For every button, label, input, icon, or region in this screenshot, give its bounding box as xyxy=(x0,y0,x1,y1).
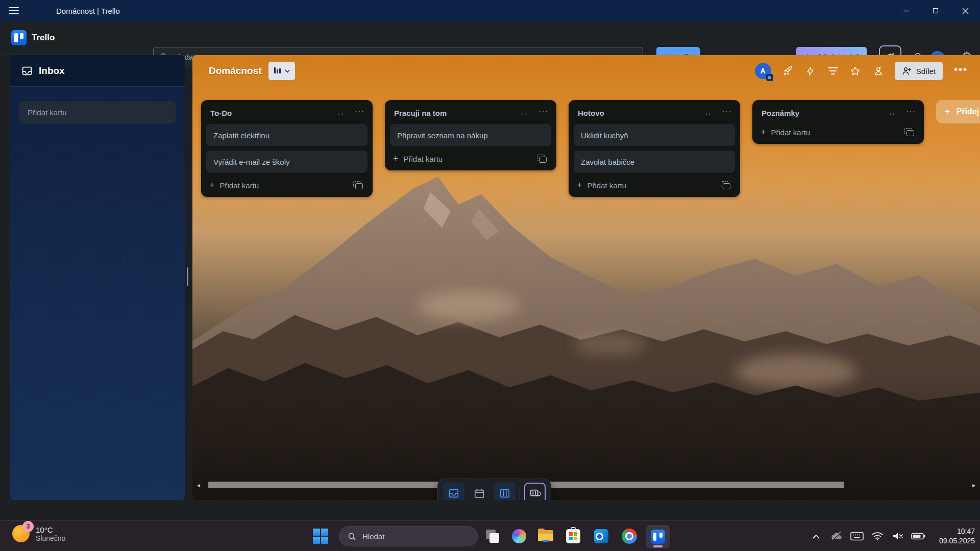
close-icon[interactable] xyxy=(950,0,980,21)
list-done: Hotovo →← ··· Uklidit kuchyň Zavolat bab… xyxy=(569,100,740,197)
wifi-icon[interactable] xyxy=(870,529,885,544)
window-title: Domácnost | Trello xyxy=(56,7,120,15)
touch-keyboard-icon[interactable] xyxy=(849,529,865,544)
list-more-icon[interactable]: ··· xyxy=(355,107,364,119)
outlook-button[interactable] xyxy=(592,527,610,545)
maximize-icon[interactable] xyxy=(921,0,950,21)
volume-muted-icon[interactable] xyxy=(890,529,905,544)
card[interactable]: Zaplatit elektřinu xyxy=(206,124,368,146)
windows-taskbar: 3 10°C Slunečno Hledat xyxy=(0,520,980,551)
view-inbox-button[interactable] xyxy=(443,483,464,500)
start-button[interactable] xyxy=(313,529,328,544)
view-board-button[interactable] xyxy=(494,483,516,500)
add-card-button[interactable]: +Přidat kartu xyxy=(393,154,537,164)
chrome-button[interactable] xyxy=(620,527,639,545)
board-view-icon xyxy=(274,66,282,76)
active-app-indicator xyxy=(653,545,663,547)
app-name: Trello xyxy=(32,33,55,43)
list-title: Pracuji na tom xyxy=(394,109,518,117)
list-more-icon[interactable]: ··· xyxy=(538,107,548,119)
weather-temp: 10°C xyxy=(36,525,65,534)
window-controls xyxy=(891,0,980,21)
share-button[interactable]: Sdílet xyxy=(895,62,943,80)
copilot-icon xyxy=(512,529,526,543)
collapse-list-icon[interactable]: →← xyxy=(702,109,713,117)
card[interactable]: Připravit seznam na nákup xyxy=(390,124,551,146)
collapse-list-icon[interactable]: →← xyxy=(886,109,897,117)
trello-logo-icon xyxy=(11,30,27,45)
trello-brand[interactable]: Trello xyxy=(11,30,55,45)
copilot-button[interactable] xyxy=(510,527,528,545)
search-icon xyxy=(348,532,356,541)
scroll-left-icon[interactable]: ◂ xyxy=(197,482,200,489)
board-title: Domácnost xyxy=(209,65,261,77)
chevron-down-icon xyxy=(285,69,290,73)
sun-icon: 3 xyxy=(12,525,30,542)
automation-butler-icon[interactable] xyxy=(872,65,884,77)
create-from-template-icon[interactable] xyxy=(537,155,547,164)
view-switcher-pill xyxy=(437,479,551,500)
scroll-right-icon[interactable]: ▸ xyxy=(972,482,975,489)
hamburger-menu-icon[interactable] xyxy=(0,0,28,21)
inbox-add-card-input[interactable]: Přidat kartu xyxy=(19,101,176,123)
view-layout-button[interactable] xyxy=(524,483,546,500)
filter-icon[interactable] xyxy=(827,65,839,77)
inbox-icon xyxy=(21,65,33,77)
create-from-template-icon[interactable] xyxy=(721,181,731,190)
board-member-avatar[interactable]: A ≋ xyxy=(755,63,771,79)
board-columns-icon xyxy=(499,488,510,499)
rocket-icon[interactable] xyxy=(782,65,794,77)
taskbar-search[interactable]: Hledat xyxy=(339,526,478,546)
board-header-actions: A ≋ Sd xyxy=(755,62,968,80)
list-title: To-Do xyxy=(210,109,334,117)
power-ups-bolt-icon[interactable] xyxy=(805,65,816,77)
card[interactable]: Vyřádit e-mail ze školy xyxy=(206,151,368,173)
card[interactable]: Uklidit kuchyň xyxy=(574,124,735,146)
app-header: Trello Vytvořit ✦ zbývá 14 dní A ⚙ xyxy=(0,21,980,55)
add-card-button[interactable]: +Přidat kartu xyxy=(209,180,353,191)
inbox-header: Inbox xyxy=(10,55,185,87)
collapse-list-icon[interactable]: →← xyxy=(518,109,529,117)
task-view-button[interactable] xyxy=(483,527,502,545)
screen: Domácnost | Trello Trello Vytvořit ✦ zbý… xyxy=(0,0,980,551)
card[interactable]: Zavolat babičce xyxy=(574,151,735,173)
view-calendar-button[interactable] xyxy=(469,483,490,500)
create-from-template-icon[interactable] xyxy=(904,128,915,137)
taskbar-search-placeholder: Hledat xyxy=(362,532,384,541)
tray-chevron-up-icon[interactable] xyxy=(808,529,824,544)
chrome-icon xyxy=(622,529,637,544)
board-swipe-icon xyxy=(529,488,541,499)
clock-time: 10:47 xyxy=(931,527,975,536)
calendar-icon xyxy=(474,488,485,499)
window-titlebar: Domácnost | Trello xyxy=(0,0,980,21)
microsoft-store-button[interactable] xyxy=(564,527,582,545)
list-more-icon[interactable]: ··· xyxy=(906,107,916,119)
add-card-button[interactable]: +Přidat kartu xyxy=(761,127,904,138)
trello-taskbar-button[interactable] xyxy=(646,525,670,548)
board-canvas: Domácnost A ≋ xyxy=(192,55,980,500)
weather-widget[interactable]: 3 10°C Slunečno xyxy=(12,525,65,542)
list-todo: To-Do →← ··· Zaplatit elektřinu Vyřádit … xyxy=(201,100,373,197)
list-title: Poznámky xyxy=(762,109,886,117)
minimize-icon[interactable] xyxy=(891,0,921,21)
inbox-sidebar: Inbox Přidat kartu xyxy=(10,55,185,500)
add-card-button[interactable]: +Přidat kartu xyxy=(577,180,721,191)
system-tray: 10:47 09.05.2025 xyxy=(808,521,980,551)
weather-condition: Slunečno xyxy=(36,534,65,542)
clock-date: 09.05.2025 xyxy=(931,536,975,546)
taskbar-clock[interactable]: 10:47 09.05.2025 xyxy=(931,527,975,546)
list-more-icon[interactable]: ··· xyxy=(722,107,732,119)
file-explorer-button[interactable] xyxy=(536,527,555,545)
create-from-template-icon[interactable] xyxy=(353,181,363,190)
outlook-icon xyxy=(594,529,608,543)
task-view-icon xyxy=(486,530,499,543)
onedrive-paused-icon[interactable] xyxy=(829,529,844,544)
board-view-switcher[interactable] xyxy=(268,62,295,80)
battery-icon[interactable] xyxy=(911,529,926,544)
inbox-title: Inbox xyxy=(39,65,65,77)
board-more-icon[interactable]: ••• xyxy=(954,64,968,79)
star-icon[interactable] xyxy=(850,65,861,77)
collapse-list-icon[interactable]: →← xyxy=(334,109,346,117)
add-list-button[interactable]: + Přidej xyxy=(936,100,980,123)
sidebar-resize-handle[interactable] xyxy=(187,267,188,286)
